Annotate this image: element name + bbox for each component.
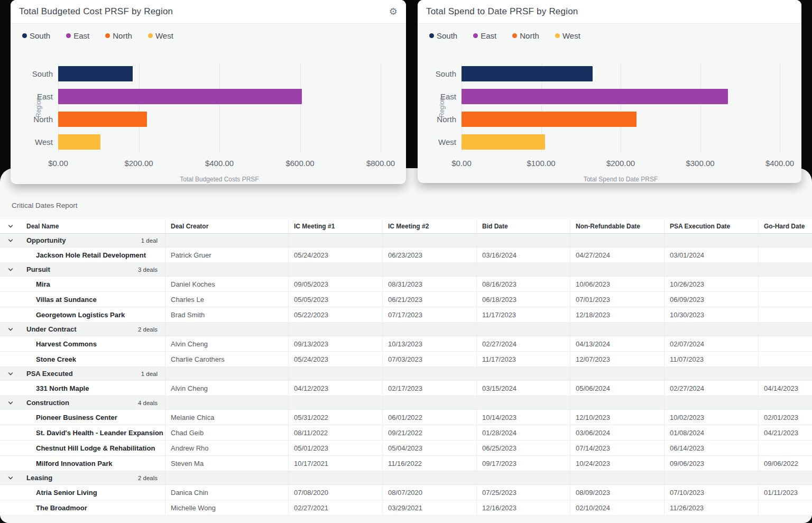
legend-item-west[interactable]: West: [148, 31, 173, 40]
group-name-cell: Construction4 deals: [21, 396, 165, 409]
group-row-leasing[interactable]: Leasing2 deals: [0, 471, 812, 485]
legend-item-north[interactable]: North: [105, 31, 132, 40]
row-indent-cell: [0, 292, 21, 307]
deal-row[interactable]: Atria Senior LivingDanica Chin07/08/2020…: [0, 485, 812, 500]
table-header-row: Deal NameDeal CreatorIC Meeting #1IC Mee…: [0, 219, 812, 234]
deal-date-cell: 09/21/2022: [382, 425, 476, 440]
group-collapse-chevron[interactable]: [0, 234, 21, 247]
row-indent-cell: [0, 441, 21, 455]
group-collapse-chevron[interactable]: [0, 396, 21, 409]
deal-date-cell: 06/25/2023: [476, 441, 570, 455]
deal-date-cell: 06/14/2023: [664, 441, 758, 455]
deal-row[interactable]: Pioneer Business CenterMelanie Chica05/3…: [0, 410, 812, 425]
deal-date-cell: 12/07/2023: [570, 352, 664, 366]
legend-dot-icon: [105, 33, 110, 38]
group-name-cell: Opportunity1 deal: [21, 234, 165, 247]
group-name-cell: Under Contract2 deals: [21, 323, 165, 336]
bar-east[interactable]: [58, 89, 302, 104]
deal-date-cell: 03/16/2024: [476, 247, 570, 262]
group-row-under-contract[interactable]: Under Contract2 deals: [0, 323, 812, 336]
deal-date-cell: 05/22/2023: [288, 307, 382, 322]
group-collapse-chevron[interactable]: [0, 367, 21, 380]
deal-date-cell: 01/28/2024: [476, 425, 570, 440]
legend-label: West: [155, 31, 173, 40]
deal-row[interactable]: MiraDaniel Koches09/05/202308/31/202308/…: [0, 277, 812, 292]
group-row-psa-executed[interactable]: PSA Executed1 deal: [0, 367, 812, 381]
empty-cell: [382, 396, 476, 409]
deal-row[interactable]: Villas at SundanceCharles Le05/05/202306…: [0, 292, 812, 307]
bar-south[interactable]: [462, 66, 593, 81]
y-tick-label: South: [10, 69, 53, 78]
group-collapse-chevron[interactable]: [0, 263, 21, 276]
deal-name: St. David's Health - Leander Expansion: [21, 425, 165, 440]
row-indent-cell: [0, 307, 21, 322]
empty-cell: [165, 396, 288, 409]
legend-dot-icon: [148, 33, 153, 38]
legend-item-south[interactable]: South: [22, 31, 50, 40]
plot-area: [58, 62, 381, 153]
group-row-construction[interactable]: Construction4 deals: [0, 396, 812, 410]
row-indent-cell: [0, 500, 21, 515]
deal-date-cell: 09/05/2023: [288, 277, 382, 291]
deal-row[interactable]: The BroadmoorMichelle Wong02/27/202103/2…: [0, 500, 812, 516]
group-deal-count: 3 deals: [138, 267, 158, 273]
group-row-opportunity[interactable]: Opportunity1 deal: [0, 234, 812, 247]
legend-dot-icon: [555, 33, 560, 38]
legend-item-north[interactable]: North: [512, 31, 539, 40]
deal-date-cell: 04/21/2023: [758, 425, 812, 440]
empty-cell: [165, 471, 288, 484]
row-indent-cell: [0, 336, 21, 351]
group-collapse-chevron[interactable]: [0, 323, 21, 336]
row-indent-cell: [0, 410, 21, 425]
deal-row[interactable]: St. David's Health - Leander ExpansionCh…: [0, 425, 812, 441]
legend-item-east[interactable]: East: [66, 31, 89, 40]
group-name: PSA Executed: [26, 370, 73, 378]
legend-item-east[interactable]: East: [473, 31, 496, 40]
deal-date-cell: 04/14/2023: [758, 381, 812, 396]
empty-cell: [382, 367, 476, 380]
settings-gear-icon[interactable]: ⚙: [389, 7, 398, 16]
deal-date-cell: Andrew Rho: [165, 441, 288, 455]
empty-cell: [476, 234, 570, 247]
deal-row[interactable]: Chestnut Hill Lodge & RehabilitationAndr…: [0, 441, 812, 456]
deal-date-cell: 04/12/2023: [288, 381, 382, 396]
deal-date-cell: 07/03/2023: [382, 352, 476, 366]
empty-cell: [288, 263, 382, 276]
deal-date-cell: 06/01/2022: [382, 410, 476, 425]
deal-row[interactable]: Georgetown Logistics ParkBrad Smith05/22…: [0, 307, 812, 323]
deal-date-cell: 06/18/2023: [476, 292, 570, 307]
chart-legend: SouthEastNorthWest: [22, 31, 173, 40]
group-name: Pursuit: [26, 265, 50, 273]
bar-south[interactable]: [58, 66, 133, 81]
deal-date-cell: 02/01/2023: [758, 410, 812, 425]
empty-cell: [758, 323, 812, 336]
deal-date-cell: 01/08/2024: [664, 425, 758, 440]
deal-row[interactable]: Milford Innovation ParkSteven Ma10/17/20…: [0, 456, 812, 471]
deal-row[interactable]: Jackson Hole Retail DevelopmentPatrick G…: [0, 247, 812, 263]
bar-west[interactable]: [462, 134, 545, 150]
deal-row[interactable]: Harvest CommonsAlvin Cheng09/13/202310/1…: [0, 336, 812, 352]
bar-north[interactable]: [58, 112, 147, 127]
legend-label: East: [481, 31, 496, 40]
bar-west[interactable]: [58, 134, 100, 150]
collapse-all-chevron[interactable]: [0, 219, 21, 233]
deal-date-cell: 08/11/2022: [288, 425, 382, 440]
bar-east[interactable]: [462, 89, 728, 104]
bar-north[interactable]: [462, 112, 636, 127]
deal-name: Stone Creek: [21, 352, 165, 366]
chevron-down-icon: [7, 326, 14, 333]
deal-row[interactable]: 331 North MapleAlvin Cheng04/12/202302/1…: [0, 381, 812, 396]
empty-cell: [664, 471, 758, 484]
empty-cell: [664, 396, 758, 409]
group-collapse-chevron[interactable]: [0, 471, 21, 484]
empty-cell: [758, 367, 812, 380]
empty-cell: [476, 471, 570, 484]
deal-date-cell: 02/10/2024: [570, 500, 664, 515]
deal-row[interactable]: Stone CreekCharlie Carothers05/24/202307…: [0, 352, 812, 367]
legend-item-south[interactable]: South: [429, 31, 457, 40]
empty-cell: [288, 367, 382, 380]
legend-item-west[interactable]: West: [555, 31, 580, 40]
empty-cell: [664, 323, 758, 336]
group-row-pursuit[interactable]: Pursuit3 deals: [0, 263, 812, 277]
deal-date-cell: 09/17/2023: [476, 456, 570, 471]
